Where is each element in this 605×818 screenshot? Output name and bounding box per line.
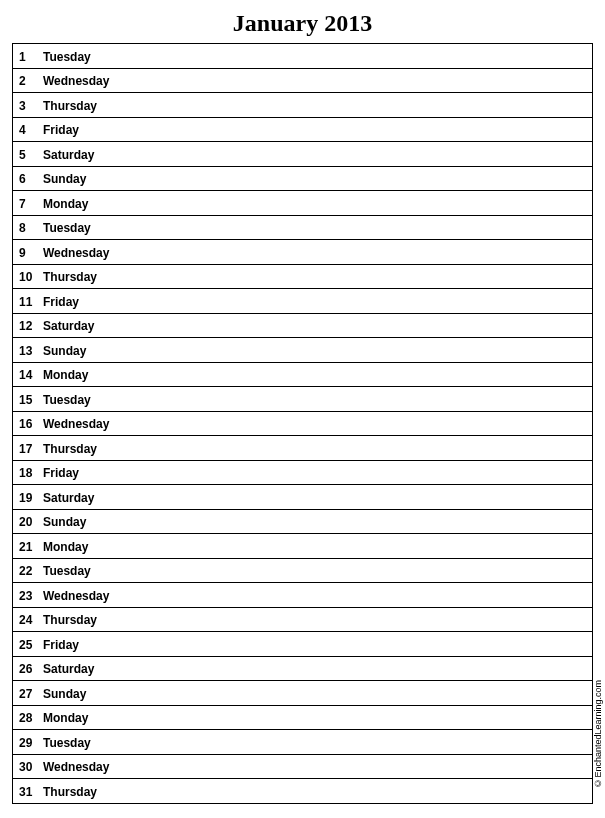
day-number: 11: [13, 295, 39, 309]
table-row: 10Thursday: [13, 264, 593, 289]
day-number: 6: [13, 172, 39, 186]
table-row: 23Wednesday: [13, 583, 593, 608]
day-name: Monday: [39, 368, 88, 382]
day-cell: 17Thursday: [13, 436, 593, 461]
table-row: 8Tuesday: [13, 215, 593, 240]
day-name: Tuesday: [39, 50, 91, 64]
day-number: 10: [13, 270, 39, 284]
day-name: Wednesday: [39, 760, 109, 774]
day-name: Saturday: [39, 148, 94, 162]
day-number: 18: [13, 466, 39, 480]
day-number: 28: [13, 711, 39, 725]
day-number: 19: [13, 491, 39, 505]
day-cell: 15Tuesday: [13, 387, 593, 412]
day-cell: 12Saturday: [13, 313, 593, 338]
day-number: 15: [13, 393, 39, 407]
day-number: 30: [13, 760, 39, 774]
day-name: Wednesday: [39, 417, 109, 431]
day-cell: 23Wednesday: [13, 583, 593, 608]
table-row: 25Friday: [13, 632, 593, 657]
day-cell: 14Monday: [13, 362, 593, 387]
table-row: 18Friday: [13, 460, 593, 485]
table-row: 2Wednesday: [13, 68, 593, 93]
table-row: 11Friday: [13, 289, 593, 314]
page-title: January 2013: [12, 10, 593, 37]
day-cell: 13Sunday: [13, 338, 593, 363]
day-name: Friday: [39, 466, 79, 480]
table-row: 27Sunday: [13, 681, 593, 706]
day-cell: 30Wednesday: [13, 754, 593, 779]
day-name: Saturday: [39, 491, 94, 505]
day-name: Thursday: [39, 442, 97, 456]
day-cell: 6Sunday: [13, 166, 593, 191]
day-name: Friday: [39, 638, 79, 652]
calendar-body: 1Tuesday2Wednesday3Thursday4Friday5Satur…: [13, 44, 593, 804]
table-row: 22Tuesday: [13, 558, 593, 583]
day-name: Tuesday: [39, 393, 91, 407]
day-cell: 8Tuesday: [13, 215, 593, 240]
day-cell: 21Monday: [13, 534, 593, 559]
table-row: 9Wednesday: [13, 240, 593, 265]
day-number: 21: [13, 540, 39, 554]
day-name: Sunday: [39, 344, 86, 358]
table-row: 5Saturday: [13, 142, 593, 167]
day-name: Friday: [39, 295, 79, 309]
day-number: 23: [13, 589, 39, 603]
day-name: Thursday: [39, 785, 97, 799]
day-number: 7: [13, 197, 39, 211]
day-name: Wednesday: [39, 246, 109, 260]
day-number: 5: [13, 148, 39, 162]
day-cell: 7Monday: [13, 191, 593, 216]
day-cell: 29Tuesday: [13, 730, 593, 755]
day-cell: 25Friday: [13, 632, 593, 657]
day-number: 16: [13, 417, 39, 431]
day-name: Sunday: [39, 687, 86, 701]
day-name: Wednesday: [39, 589, 109, 603]
day-name: Sunday: [39, 515, 86, 529]
table-row: 26Saturday: [13, 656, 593, 681]
table-row: 7Monday: [13, 191, 593, 216]
table-row: 20Sunday: [13, 509, 593, 534]
day-name: Saturday: [39, 319, 94, 333]
table-row: 14Monday: [13, 362, 593, 387]
day-cell: 3Thursday: [13, 93, 593, 118]
day-name: Friday: [39, 123, 79, 137]
day-cell: 24Thursday: [13, 607, 593, 632]
day-number: 24: [13, 613, 39, 627]
day-number: 17: [13, 442, 39, 456]
table-row: 30Wednesday: [13, 754, 593, 779]
day-number: 31: [13, 785, 39, 799]
table-row: 1Tuesday: [13, 44, 593, 69]
table-row: 21Monday: [13, 534, 593, 559]
day-name: Saturday: [39, 662, 94, 676]
day-number: 8: [13, 221, 39, 235]
day-name: Monday: [39, 540, 88, 554]
day-number: 1: [13, 50, 39, 64]
day-cell: 9Wednesday: [13, 240, 593, 265]
copyright-text: ©EnchantedLearning.com: [593, 680, 603, 788]
day-number: 2: [13, 74, 39, 88]
day-number: 26: [13, 662, 39, 676]
day-name: Monday: [39, 711, 88, 725]
calendar-table: 1Tuesday2Wednesday3Thursday4Friday5Satur…: [12, 43, 593, 804]
day-name: Wednesday: [39, 74, 109, 88]
table-row: 29Tuesday: [13, 730, 593, 755]
table-row: 3Thursday: [13, 93, 593, 118]
table-row: 16Wednesday: [13, 411, 593, 436]
day-name: Thursday: [39, 270, 97, 284]
day-name: Tuesday: [39, 564, 91, 578]
day-number: 12: [13, 319, 39, 333]
table-row: 17Thursday: [13, 436, 593, 461]
day-number: 25: [13, 638, 39, 652]
day-cell: 22Tuesday: [13, 558, 593, 583]
day-number: 9: [13, 246, 39, 260]
day-cell: 19Saturday: [13, 485, 593, 510]
table-row: 15Tuesday: [13, 387, 593, 412]
day-name: Thursday: [39, 613, 97, 627]
day-number: 20: [13, 515, 39, 529]
day-number: 3: [13, 99, 39, 113]
day-number: 4: [13, 123, 39, 137]
table-row: 19Saturday: [13, 485, 593, 510]
day-name: Tuesday: [39, 221, 91, 235]
day-cell: 16Wednesday: [13, 411, 593, 436]
